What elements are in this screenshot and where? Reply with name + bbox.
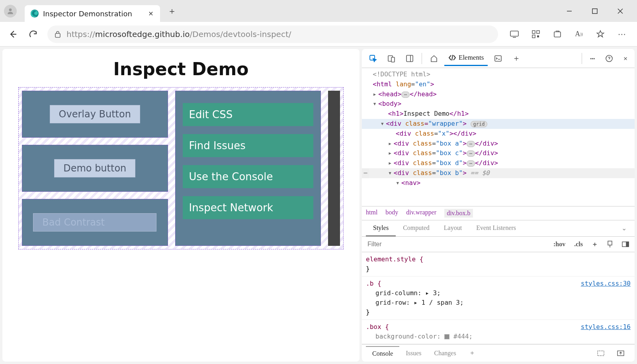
favorite-icon[interactable] (595, 29, 606, 39)
drawer-changes[interactable]: Changes (428, 346, 463, 360)
svg-rect-24 (598, 351, 604, 356)
styles-tab[interactable]: Styles (366, 220, 396, 236)
edge-favicon (30, 9, 39, 18)
device-toggle-icon[interactable] (383, 51, 399, 66)
link-edit-css[interactable]: Edit CSS (183, 103, 314, 126)
styles-filter-input[interactable] (365, 238, 547, 250)
console-tab-icon[interactable] (490, 51, 506, 66)
computed-tab[interactable]: Computed (396, 220, 437, 236)
close-window-icon[interactable] (616, 6, 625, 16)
svg-rect-23 (626, 242, 629, 247)
link-inspect-network[interactable]: Inspect Network (183, 196, 314, 219)
help-icon[interactable] (601, 51, 617, 66)
devtools-panel: Elements ＋ ⋯ ✕ <!DOCTYPE html> <html lan… (362, 49, 635, 362)
toolbar-right: A)) ⋯ (505, 29, 631, 39)
read-aloud-icon[interactable]: A)) (574, 29, 584, 39)
maximize-icon[interactable] (590, 6, 600, 16)
link-use-console[interactable]: Use the Console (183, 165, 314, 188)
minimize-icon[interactable] (565, 6, 574, 16)
svg-rect-3 (592, 9, 597, 14)
content-area: Inspect Demo Overlay Button Demo button … (0, 47, 637, 364)
svg-rect-16 (391, 57, 395, 62)
drawer-expand-icon[interactable] (611, 347, 631, 359)
devtools-drawer: Console Issues Changes ＋ (362, 344, 635, 362)
drawer-issues[interactable]: Issues (399, 346, 428, 360)
dom-breadcrumb[interactable]: html body div.wrapper div.box.b (362, 206, 635, 220)
screen-icon[interactable] (509, 29, 520, 39)
svg-rect-21 (608, 241, 612, 245)
dom-tree[interactable]: <!DOCTYPE html> <html lang="en"> ▸<head>… (362, 68, 635, 206)
box-b-nav: Edit CSS Find Issues Use the Console Ins… (175, 91, 321, 246)
new-tab-button[interactable]: ＋ (164, 3, 180, 19)
hov-toggle[interactable]: :hov (551, 239, 568, 249)
styles-rules[interactable]: element.style { } styles.css:30 .b { gri… (362, 252, 635, 344)
profile-avatar[interactable] (4, 5, 17, 18)
dom-node-box-b[interactable]: ⋯ ▾<div class="box b"> == $0 (362, 168, 635, 178)
color-swatch[interactable] (444, 334, 449, 339)
page-heading: Inspect Demo (18, 59, 344, 79)
qr-icon[interactable] (531, 29, 541, 39)
crumb-body[interactable]: body (385, 209, 398, 218)
browser-tab[interactable]: Inspector Demonstration ✕ (25, 5, 160, 22)
crumb-box-b[interactable]: div.box.b (444, 209, 473, 218)
svg-rect-13 (554, 32, 561, 37)
toolbar: https://microsoftedge.github.io/Demos/de… (0, 22, 637, 47)
address-bar[interactable]: https://microsoftedge.github.io/Demos/de… (47, 25, 498, 43)
dom-node-wrapper[interactable]: ▾<div class="wrapper"> grid (362, 119, 635, 129)
devtools-close-icon[interactable]: ✕ (619, 51, 631, 65)
demo-button[interactable]: Demo button (54, 159, 135, 177)
svg-point-0 (9, 8, 12, 11)
cls-toggle[interactable]: .cls (572, 239, 585, 249)
overlay-button[interactable]: Overlay Button (50, 105, 140, 123)
lock-icon (55, 31, 61, 38)
svg-rect-12 (537, 35, 539, 37)
devtools-more-icon[interactable]: ⋯ (586, 51, 599, 66)
inspect-element-icon[interactable] (365, 51, 381, 66)
svg-rect-19 (495, 56, 501, 61)
link-find-issues[interactable]: Find Issues (183, 134, 314, 157)
styles-filter-row: :hov .cls ＋ (362, 237, 635, 252)
titlebar: Inspector Demonstration ✕ ＋ (0, 0, 637, 22)
welcome-tab-icon[interactable] (426, 51, 442, 66)
svg-rect-10 (537, 31, 539, 33)
dock-icon[interactable] (402, 51, 418, 66)
svg-rect-7 (510, 31, 518, 36)
styles-tabbar: Styles Computed Layout Event Listeners ⌄ (362, 220, 635, 237)
sidebar-toggle-icon[interactable] (619, 240, 631, 249)
page-viewport: Inspect Demo Overlay Button Demo button … (2, 49, 360, 362)
svg-rect-6 (55, 33, 60, 37)
source-link[interactable]: styles.css:30 (581, 279, 631, 288)
grid-container: Overlay Button Demo button Bad Contrast … (22, 91, 340, 246)
more-icon[interactable]: ⋯ (617, 29, 627, 39)
new-tab-icon[interactable]: ＋ (508, 50, 524, 67)
drawer-add-icon[interactable]: ＋ (463, 346, 482, 360)
box-d: Bad Contrast (22, 199, 168, 246)
drawer-console[interactable]: Console (366, 346, 399, 360)
new-style-rule-icon[interactable]: ＋ (589, 239, 600, 250)
elements-tab[interactable]: Elements (444, 51, 488, 66)
back-button[interactable] (6, 27, 20, 41)
paint-icon[interactable] (604, 239, 616, 249)
browser-window: Inspector Demonstration ✕ ＋ https://micr… (0, 0, 637, 364)
layout-tab[interactable]: Layout (437, 220, 469, 236)
styles-expand-icon[interactable]: ⌄ (617, 220, 631, 236)
window-controls (565, 6, 633, 16)
collections-icon[interactable] (552, 29, 563, 39)
rule-b[interactable]: styles.css:30 .b { grid-column: ▸ 3; gri… (362, 276, 635, 320)
rule-element-style[interactable]: element.style { } (362, 252, 635, 276)
svg-rect-9 (532, 31, 535, 33)
drawer-dock-icon[interactable] (591, 347, 611, 359)
event-listeners-tab[interactable]: Event Listeners (469, 220, 523, 236)
tab-close-icon[interactable]: ✕ (147, 10, 154, 18)
devtools-tabbar: Elements ＋ ⋯ ✕ (362, 49, 635, 68)
box-a: Overlay Button (22, 91, 168, 138)
refresh-button[interactable] (27, 27, 40, 41)
tab-title: Inspector Demonstration (43, 10, 147, 18)
page-scrollbar[interactable] (328, 91, 340, 246)
crumb-html[interactable]: html (366, 209, 377, 218)
url-text: https://microsoftedge.github.io/Demos/de… (66, 29, 291, 39)
crumb-wrapper[interactable]: div.wrapper (406, 209, 436, 218)
source-link[interactable]: styles.css:16 (581, 322, 631, 332)
rule-box[interactable]: styles.css:16 .box { background-color: #… (362, 320, 635, 344)
bad-contrast-button[interactable]: Bad Contrast (33, 213, 156, 232)
